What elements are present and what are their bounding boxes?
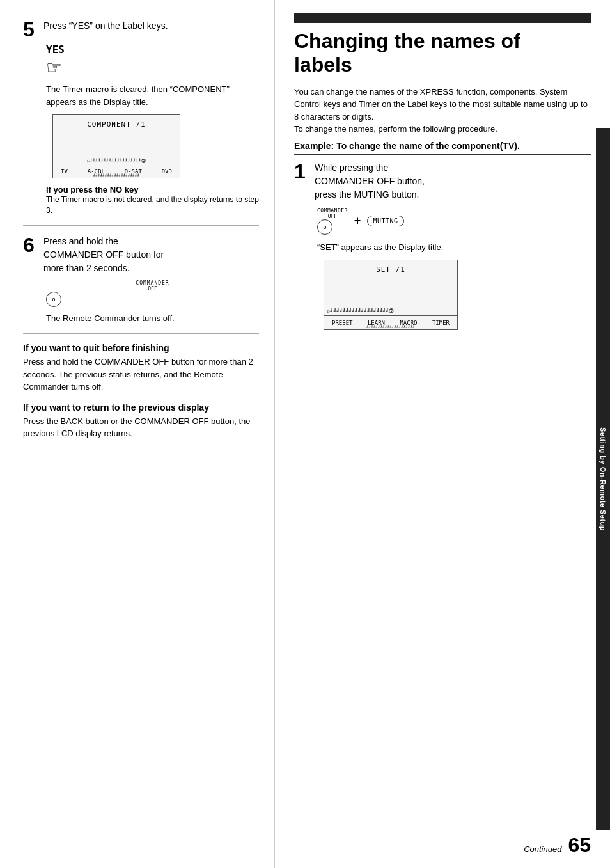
lcd1-ticks-row: ▷┛┛┛┛┛┛┛┛┛┛┛┛┛┛┛┛┛┛┛⓷ xyxy=(53,159,180,164)
step5-para1: The Timer macro is cleared, then “COMPON… xyxy=(46,83,259,108)
step-6-block: 6 Press and hold the COMMANDER OFF butto… xyxy=(23,235,259,325)
return-title: If you want to return to the previous di… xyxy=(23,402,259,413)
title-line1: Changing the names of xyxy=(294,29,520,52)
quit-body: Press and hold the COMMANDER OFF button … xyxy=(23,356,259,393)
right-btn-label: o xyxy=(323,224,326,230)
step6-body: The Remote Commander turns off. xyxy=(46,312,259,325)
yes-label: YES xyxy=(46,43,259,56)
step1-line2: COMMANDER OFF button, xyxy=(315,176,425,186)
right-step-1-block: 1 While pressing the COMMANDER OFF butto… xyxy=(294,161,591,331)
lcd-set-top-text: SET /1 xyxy=(324,265,457,274)
page-title: Changing the names of labels xyxy=(294,29,591,77)
page: 5 Press “YES” on the Label keys. YES ☞ T… xyxy=(0,0,610,868)
right-off-text: OFF xyxy=(317,214,348,219)
off-text: OFF xyxy=(148,286,157,292)
commander-off-block: COMMANDER OFF o xyxy=(46,280,259,307)
btn-label: o xyxy=(52,296,55,303)
lcd-display-1: COMPONENT /1 ㅤㅤㅤㅤㅤㅤㅤㅤㅤㅤㅤㅤㅤㅤㅤㅤㅤㅤㅤ TV A-CB… xyxy=(52,114,180,178)
right-column: Changing the names of labels You can cha… xyxy=(275,0,610,868)
step-6-number: 6 xyxy=(23,235,38,255)
quit-section: If you want to quit before finishing Pre… xyxy=(23,343,259,393)
page-number: 65 xyxy=(568,835,591,855)
right-commander-label-block: COMMANDER OFF o xyxy=(317,208,348,235)
no-key-note: If you press the NO key The Timer macro … xyxy=(46,185,259,216)
return-body: Press the BACK button or the COMMANDER O… xyxy=(23,415,259,440)
lcd-set-ticks-top: ▷┛┛┛┛┛┛┛┛┛┛┛┛┛┛┛┛┛┛┛⓷ xyxy=(324,309,457,314)
set-appears-text: “SET” appears as the Display title. xyxy=(317,241,591,254)
divider-1 xyxy=(23,225,259,226)
lcd-set-ticks-bottom: ┛┛┛┛┛┛┛┛┛┛┛┛┛┛┛┛┛┛┛┛┛ xyxy=(324,325,457,329)
right-commander-block: COMMANDER OFF o + MUTING xyxy=(317,208,591,235)
commander-text: COMMANDER xyxy=(136,280,169,286)
no-key-title: If you press the NO key xyxy=(46,185,139,194)
lcd-display-set: SET /1 ▷┛┛┛┛┛┛┛┛┛┛┛┛┛┛┛┛┛┛┛⓷ PRESET LEAR… xyxy=(324,260,458,330)
plus-icon: + xyxy=(354,214,361,228)
quit-title: If you want to quit before finishing xyxy=(23,343,259,353)
right-commander-off-button[interactable]: o xyxy=(317,219,332,235)
step-5-block: 5 Press “YES” on the Label keys. YES ☞ T… xyxy=(23,19,259,216)
lcd1-ticks-bottom-row: ┛┛┛┛┛┛┛┛┛┛┛┛┛┛┛┛┛┛┛┛ xyxy=(53,173,180,178)
continued-text: Continued xyxy=(524,844,561,854)
page-footer: Continued 65 xyxy=(524,835,591,855)
right-header-bar xyxy=(294,13,591,23)
intro-text: You can change the names of the XPRESS f… xyxy=(294,86,591,136)
right-step-1-number: 1 xyxy=(294,161,309,182)
return-section: If you want to return to the previous di… xyxy=(23,402,259,440)
left-column: 5 Press “YES” on the Label keys. YES ☞ T… xyxy=(0,0,275,868)
commander-off-button[interactable]: o xyxy=(46,292,61,307)
right-commander-text: COMMANDER xyxy=(317,208,348,214)
step6-line3: more than 2 seconds. xyxy=(43,263,130,273)
divider-2 xyxy=(23,333,259,334)
hand-icon: ☞ xyxy=(46,57,259,78)
commander-label: COMMANDER OFF xyxy=(46,280,259,292)
step6-line2: COMMANDER OFF button for xyxy=(43,249,164,260)
step-5-number: 5 xyxy=(23,19,38,40)
muting-button[interactable]: MUTING xyxy=(367,216,403,226)
step6-line1: Press and hold the xyxy=(43,236,118,246)
example-heading: Example: To change the name of the compo… xyxy=(294,141,591,155)
no-key-body: The Timer macro is not cleared, and the … xyxy=(46,195,259,215)
right-step-1-text: While pressing the COMMANDER OFF button,… xyxy=(315,161,425,201)
step1-line1: While pressing the xyxy=(315,162,388,173)
sidebar-label-text: Setting by On-Remote Setup xyxy=(599,427,607,530)
vertical-sidebar: Setting by On-Remote Setup xyxy=(596,128,610,830)
step1-line3: press the MUTING button. xyxy=(315,189,419,200)
title-line2: labels xyxy=(294,53,352,76)
lcd1-top-text: COMPONENT /1 xyxy=(53,120,180,129)
step-5-text: Press “YES” on the Label keys. xyxy=(43,19,168,33)
muting-label: MUTING xyxy=(373,217,398,225)
step-6-text: Press and hold the COMMANDER OFF button … xyxy=(43,235,164,275)
